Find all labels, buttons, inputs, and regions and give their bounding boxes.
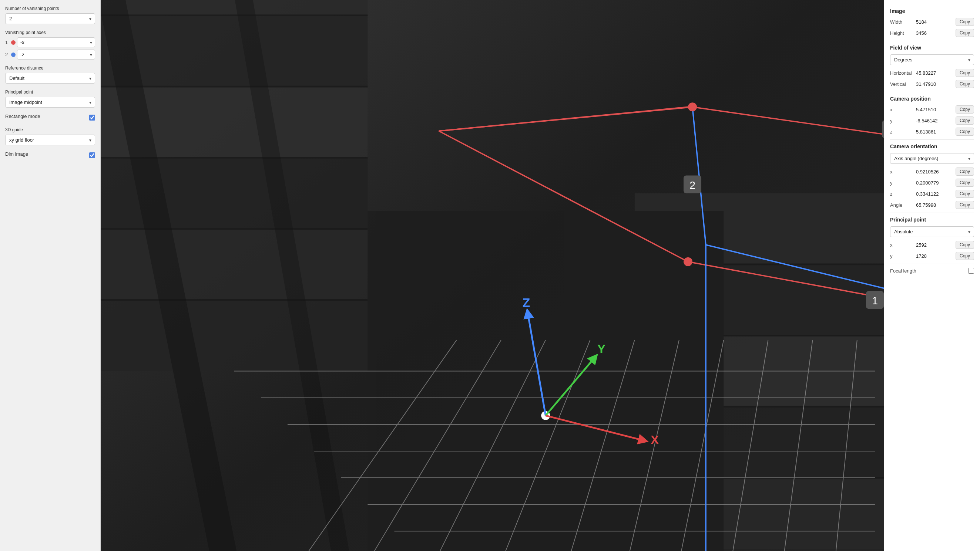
num-vp-select[interactable]: 2134	[5, 13, 95, 24]
cam-x-row: x 5.471510 Copy	[890, 105, 974, 114]
orient-y-value: 0.2000779	[916, 180, 953, 186]
focal-length-label: Focal length	[890, 268, 916, 274]
orient-x-value: 0.9210526	[916, 169, 953, 175]
svg-text:X: X	[651, 433, 659, 447]
num-vp-select-wrapper: 2134 ▼	[5, 13, 95, 24]
svg-text:2: 2	[689, 179, 695, 191]
svg-rect-25	[368, 211, 724, 551]
angle-value: 65.75998	[916, 202, 953, 208]
angle-label: Angle	[890, 202, 916, 208]
orient-z-copy-button[interactable]: Copy	[956, 190, 974, 198]
pp-x-value: 2592	[916, 242, 953, 248]
vertical-row: Vertical 31.47910 Copy	[890, 80, 974, 88]
width-row: Width 5184 Copy	[890, 18, 974, 26]
fov-select[interactable]: DegreesRadians	[890, 54, 974, 65]
principal-point-wrapper: Image midpointCustom ▼	[5, 97, 95, 108]
dim-image-row: Dim image	[5, 151, 95, 159]
principal-point-select[interactable]: Image midpointCustom	[5, 97, 95, 108]
principal-point-title: Principal point	[890, 217, 974, 222]
vertical-copy-button[interactable]: Copy	[956, 80, 974, 88]
pp-x-label: x	[890, 242, 916, 248]
horizontal-row: Horizontal 45.83227 Copy	[890, 69, 974, 77]
cam-x-copy-button[interactable]: Copy	[956, 105, 974, 114]
height-row: Height 3456 Copy	[890, 29, 974, 37]
ref-distance-select[interactable]: DefaultCustom	[5, 73, 95, 84]
pp-y-copy-button[interactable]: Copy	[956, 252, 974, 260]
pp-x-row: x 2592 Copy	[890, 241, 974, 249]
rect-mode-checkbox[interactable]	[89, 114, 95, 121]
cam-y-copy-button[interactable]: Copy	[956, 116, 974, 125]
vertical-label: Vertical	[890, 81, 916, 87]
vp2-axis-select[interactable]: -z-x+x-y+y+z	[17, 49, 95, 60]
cam-z-row: z 5.813861 Copy	[890, 128, 974, 136]
orient-y-copy-button[interactable]: Copy	[956, 179, 974, 187]
vertical-value: 31.47910	[916, 81, 953, 87]
angle-copy-button[interactable]: Copy	[956, 201, 974, 209]
svg-point-66	[688, 102, 697, 111]
orient-z-row: z 0.3341122 Copy	[890, 190, 974, 198]
vp2-axis-wrapper: -z-x+x-y+y+z ▼	[17, 49, 95, 60]
pp-select[interactable]: AbsoluteRelative	[890, 226, 974, 237]
orient-x-copy-button[interactable]: Copy	[956, 168, 974, 176]
pp-x-copy-button[interactable]: Copy	[956, 241, 974, 249]
cam-y-label: y	[890, 118, 916, 124]
cam-x-label: x	[890, 107, 916, 113]
svg-rect-62	[882, 120, 884, 138]
pp-y-value: 1728	[916, 253, 953, 259]
svg-rect-5	[101, 0, 368, 16]
vp-axes-label: Vanishing point axes	[5, 30, 95, 35]
main-canvas[interactable]: Z Y X 1	[101, 0, 884, 551]
fov-section-title: Field of view	[890, 45, 974, 51]
width-copy-button[interactable]: Copy	[956, 18, 974, 26]
camera-orientation-title: Camera orientation	[890, 143, 974, 149]
vp1-number: 1	[5, 40, 11, 45]
vp1-dot	[11, 40, 16, 45]
rect-mode-label: Rectangle mode	[5, 114, 40, 119]
cam-x-value: 5.471510	[916, 107, 953, 113]
guide-3d-label: 3D guide	[5, 127, 95, 132]
orient-y-label: y	[890, 180, 916, 186]
svg-text:Z: Z	[523, 296, 530, 310]
dim-image-checkbox[interactable]	[89, 152, 95, 158]
left-panel: Number of vanishing points 2134 ▼ Vanish…	[0, 0, 101, 551]
fov-select-wrapper: DegreesRadians ▼	[890, 54, 974, 65]
horizontal-label: Horizontal	[890, 70, 916, 76]
width-label: Width	[890, 19, 916, 25]
angle-row: Angle 65.75998 Copy	[890, 201, 974, 209]
width-value: 5184	[916, 19, 953, 25]
vp2-row: 2 -z-x+x-y+y+z ▼	[5, 49, 95, 60]
guide-3d-select[interactable]: xy grid floorNoneyz grid wallxz grid wal…	[5, 135, 95, 145]
cam-y-row: y -6.546142 Copy	[890, 116, 974, 125]
orient-z-value: 0.3341122	[916, 191, 953, 197]
image-section-title: Image	[890, 8, 974, 14]
svg-rect-9	[101, 229, 368, 300]
vp2-number: 2	[5, 52, 11, 57]
guide-3d-wrapper: xy grid floorNoneyz grid wallxz grid wal…	[5, 135, 95, 145]
svg-point-67	[684, 257, 692, 266]
focal-length-row: Focal length	[890, 268, 974, 274]
cam-orient-select[interactable]: Axis angle (degrees)Euler anglesQuaterni…	[890, 153, 974, 164]
vp-axes-section: Vanishing point axes 1 -x+x-y+y-z+z ▼ 2 …	[5, 30, 95, 60]
horizontal-copy-button[interactable]: Copy	[956, 69, 974, 77]
vp1-axis-select[interactable]: -x+x-y+y-z+z	[17, 37, 95, 47]
horizontal-value: 45.83227	[916, 70, 953, 76]
pp-y-label: y	[890, 253, 916, 259]
vp1-axis-wrapper: -x+x-y+y-z+z ▼	[17, 37, 95, 47]
camera-position-title: Camera position	[890, 96, 974, 102]
cam-z-copy-button[interactable]: Copy	[956, 128, 974, 136]
scene-container: Z Y X 1	[101, 0, 884, 551]
height-copy-button[interactable]: Copy	[956, 29, 974, 37]
vp1-row: 1 -x+x-y+y-z+z ▼	[5, 37, 95, 47]
focal-length-checkbox[interactable]	[968, 268, 974, 274]
pp-y-row: y 1728 Copy	[890, 252, 974, 260]
orient-x-label: x	[890, 169, 916, 175]
svg-rect-10	[101, 300, 368, 371]
ref-distance-wrapper: DefaultCustom ▼	[5, 73, 95, 84]
rect-mode-row: Rectangle mode	[5, 114, 95, 121]
principal-point-label: Principal point	[5, 89, 95, 95]
cam-orient-select-wrapper: Axis angle (degrees)Euler anglesQuaterni…	[890, 153, 974, 164]
orient-y-row: y 0.2000779 Copy	[890, 179, 974, 187]
scene-svg: Z Y X 1	[101, 0, 884, 551]
vp2-dot	[11, 52, 16, 57]
height-value: 3456	[916, 30, 953, 36]
